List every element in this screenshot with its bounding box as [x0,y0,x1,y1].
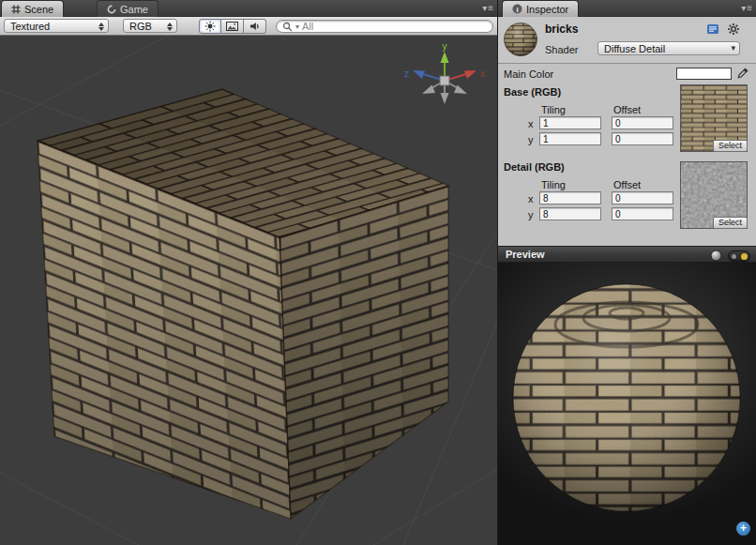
shader-value: Diffuse Detail [604,43,665,54]
detail-tiling-header: Tiling [541,179,566,190]
image-icon [226,22,238,31]
main-color-swatch[interactable] [676,68,732,80]
tab-scene-label: Scene [24,4,53,15]
tab-inspector-label: Inspector [526,4,568,15]
gizmo-y-cone[interactable] [441,52,449,63]
render-mode-value: RGB [129,21,152,32]
scene-viewport[interactable]: y x z [0,36,497,545]
detail-x-label: x [528,193,534,204]
detail-section-label: Detail (RGB) [504,161,565,173]
draw-mode-value: Textured [10,21,50,32]
speaker-icon [249,22,261,31]
search-value: All [302,21,313,32]
preview-sphere [498,263,756,545]
tab-inspector[interactable]: i Inspector [502,0,579,17]
scene-toolbar: Textured RGB [0,17,497,36]
search-icon [282,22,293,32]
material-properties: Main Color Base (RGB) Tiling Offset x y [498,64,756,246]
main-color-label: Main Color [504,68,553,80]
detail-tiling-y-input[interactable] [539,207,601,220]
search-caret-icon: ▾ [295,23,299,31]
base-offset-y-input[interactable] [612,132,673,145]
detail-offset-x-input[interactable] [612,191,673,204]
menu-lines-icon: ≡ [747,3,752,14]
preview-title: Preview [506,249,545,260]
tab-scene[interactable]: Scene [1,0,64,17]
material-preview-icon [503,22,538,57]
lighting-off-dot [732,254,736,259]
material-name: bricks [545,23,578,36]
tab-game[interactable]: Game [97,0,159,17]
info-icon: i [512,4,522,14]
render-mode-dropdown[interactable]: RGB [123,19,177,33]
detail-offset-header: Offset [613,179,641,190]
scene-search-field[interactable]: ▾ All [276,20,493,33]
scene-view-toggles [199,19,266,34]
preview-lighting-toggle[interactable] [728,250,750,262]
base-tiling-header: Tiling [541,104,566,115]
shader-label: Shader [545,44,578,55]
scene-grid-icon [11,5,21,14]
caret-down-icon: ▾ [731,43,735,53]
gizmo-z-cone[interactable] [413,70,425,79]
menu-caret-icon: ▾ [482,3,487,14]
unity-editor-window: Scene Game ▾ ≡ Textured RGB [0,0,756,545]
gear-icon[interactable] [727,23,740,36]
inspector-tab-menu-icon[interactable]: ▾ ≡ [741,3,752,14]
detail-select-button[interactable]: Select [713,217,748,229]
tab-game-label: Game [120,4,148,15]
inspector-tabbar: i Inspector ▾ ≡ [498,0,756,17]
detail-offset-y-input[interactable] [612,207,673,220]
audio-toggle-button[interactable] [244,19,266,34]
gizmo-x-cone[interactable] [464,70,476,79]
material-preview-area[interactable]: + [498,263,756,545]
base-select-button[interactable]: Select [713,140,748,152]
scene-tabbar: Scene Game ▾ ≡ [0,0,497,17]
scene-tab-menu-icon[interactable]: ▾ ≡ [482,3,493,14]
inspector-pane: i Inspector ▾ ≡ bricks Shader Diffuse [497,0,756,545]
menu-lines-icon: ≡ [488,3,493,14]
shader-dropdown[interactable]: Diffuse Detail ▾ [597,41,740,55]
base-texture-thumbnail[interactable]: Select [680,84,748,152]
detail-tiling-x-input[interactable] [539,191,601,204]
gizmo-y-label: y [443,41,447,52]
detail-y-label: y [528,209,534,220]
skybox-toggle-button[interactable] [221,19,244,34]
lighting-on-dot [741,253,748,260]
base-offset-header: Offset [613,104,641,115]
base-section-label: Base (RGB) [504,86,561,98]
preview-header[interactable]: Preview [498,246,756,263]
base-x-label: x [528,118,534,129]
dropdown-arrows-icon [98,23,105,31]
orientation-gizmo[interactable]: y x z [398,41,491,120]
sun-icon [204,21,216,32]
scene-pane: Scene Game ▾ ≡ Textured RGB [0,0,497,545]
base-y-label: y [528,134,534,145]
menu-caret-icon: ▾ [741,3,746,14]
svg-text:i: i [516,6,518,14]
eyedropper-icon[interactable] [736,67,749,80]
draw-mode-dropdown[interactable]: Textured [4,19,109,33]
preview-zoom-icon[interactable]: + [736,522,750,536]
base-offset-x-input[interactable] [612,116,673,129]
detail-texture-thumbnail[interactable]: Select [680,161,748,229]
brick-cube[interactable] [38,89,448,519]
material-header: bricks Shader Diffuse Detail ▾ [498,17,756,64]
lighting-toggle-button[interactable] [199,19,221,34]
dropdown-arrows-icon [167,23,174,31]
game-icon [107,5,116,14]
base-tiling-x-input[interactable] [539,116,601,129]
gizmo-x-label: x [480,68,485,79]
help-icon[interactable] [706,23,719,36]
base-tiling-y-input[interactable] [539,132,601,145]
gizmo-center-cube[interactable] [440,76,449,85]
preview-mesh-icon[interactable] [710,250,722,262]
gizmo-z-label: z [404,68,409,79]
